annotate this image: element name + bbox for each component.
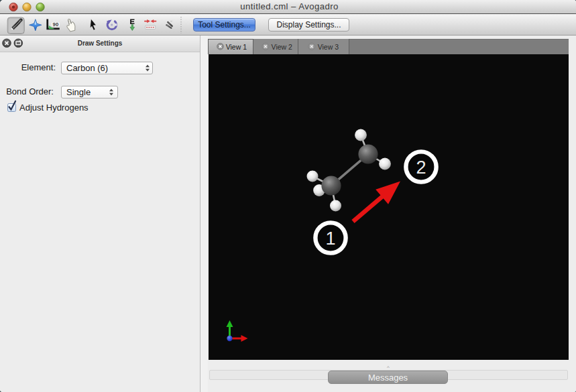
svg-text:2: 2 [416,157,426,178]
svg-text:90: 90 [53,21,59,27]
svg-text:View 3: View 3 [318,43,339,51]
svg-text:View 1: View 1 [226,43,247,51]
svg-text:1: 1 [325,228,335,249]
svg-text:View 2: View 2 [272,43,292,51]
